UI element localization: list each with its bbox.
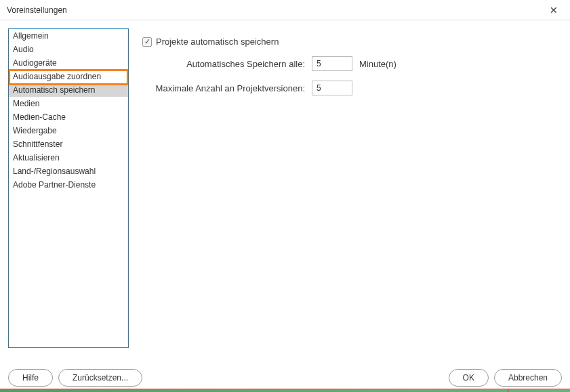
sidebar-item-region[interactable]: Land-/Regionsauswahl xyxy=(9,165,128,178)
interval-input[interactable] xyxy=(312,56,352,71)
footer-left: Hilfe Zurücksetzen... xyxy=(8,369,142,387)
max-versions-label: Maximale Anzahl an Projektversionen: xyxy=(142,83,305,93)
sidebar-item-playback[interactable]: Wiedergabe xyxy=(9,124,128,137)
footer: Hilfe Zurücksetzen... OK Abbrechen xyxy=(8,369,562,387)
interval-label: Automatisches Speichern alle: xyxy=(142,59,305,69)
sidebar: Allgemein Audio Audiogeräte Audioausgabe… xyxy=(8,28,129,348)
cancel-button[interactable]: Abbrechen xyxy=(494,369,562,387)
sidebar-item-timeline[interactable]: Schnittfenster xyxy=(9,137,128,151)
autosave-checkbox-row: ✓ Projekte automatisch speichern xyxy=(142,37,548,47)
content-panel: ✓ Projekte automatisch speichern Automat… xyxy=(129,28,562,348)
timeline-strip xyxy=(0,389,570,392)
sidebar-item-autosave[interactable]: Automatisch speichern xyxy=(9,83,128,97)
autosave-checkbox-label: Projekte automatisch speichern xyxy=(156,37,279,47)
max-versions-row: Maximale Anzahl an Projektversionen: xyxy=(142,81,548,95)
sidebar-item-updates[interactable]: Aktualisieren xyxy=(9,151,128,165)
sidebar-item-media-cache[interactable]: Medien-Cache xyxy=(9,110,128,124)
dialog-body: Allgemein Audio Audiogeräte Audioausgabe… xyxy=(0,20,570,352)
autosave-checkbox[interactable]: ✓ xyxy=(142,37,152,47)
sidebar-item-audio-devices[interactable]: Audiogeräte xyxy=(9,56,128,70)
sidebar-item-audio[interactable]: Audio xyxy=(9,43,128,56)
titlebar: Voreinstellungen ✕ xyxy=(0,0,570,20)
interval-row: Automatisches Speichern alle: Minute(n) xyxy=(142,56,548,71)
reset-button[interactable]: Zurücksetzen... xyxy=(58,369,142,387)
interval-unit: Minute(n) xyxy=(359,59,396,69)
sidebar-item-partner-services[interactable]: Adobe Partner-Dienste xyxy=(9,178,128,192)
sidebar-item-media[interactable]: Medien xyxy=(9,97,128,110)
footer-right: OK Abbrechen xyxy=(449,369,562,387)
sidebar-item-general[interactable]: Allgemein xyxy=(9,29,128,43)
max-versions-input[interactable] xyxy=(312,81,352,95)
ok-button[interactable]: OK xyxy=(449,369,489,387)
sidebar-item-audio-output-mapping[interactable]: Audioausgabe zuordnen xyxy=(9,70,128,83)
close-icon[interactable]: ✕ xyxy=(546,3,562,17)
window-title: Voreinstellungen xyxy=(7,5,67,15)
help-button[interactable]: Hilfe xyxy=(8,369,53,387)
